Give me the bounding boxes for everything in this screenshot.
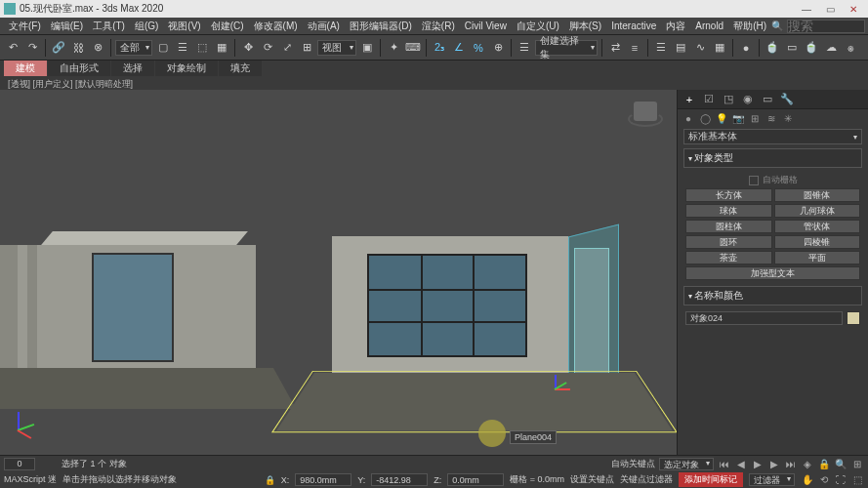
torus-button[interactable]: 圆环 xyxy=(685,235,772,249)
zoom-all-button[interactable]: ⊞ xyxy=(850,457,864,470)
modify-tab[interactable]: ☑ xyxy=(701,92,717,107)
menu-arnold[interactable]: Arnold xyxy=(690,20,728,31)
display-tab[interactable]: ▭ xyxy=(760,92,775,107)
render-setup-button[interactable]: 🍵 xyxy=(764,39,781,57)
viewcube[interactable] xyxy=(626,98,665,137)
bind-button[interactable]: ⊗ xyxy=(89,39,106,57)
teapot-button[interactable]: 茶壶 xyxy=(685,251,772,264)
key-filter-button[interactable]: 关键点过滤器 xyxy=(620,473,673,486)
keyboard-button[interactable]: ⌨ xyxy=(404,39,422,57)
viewport-label[interactable]: [透视] [用户定义] [默认明暗处理] xyxy=(0,76,868,90)
shapes-subtab[interactable]: ◯ xyxy=(698,111,712,125)
utilities-tab[interactable]: 🔧 xyxy=(779,92,795,107)
menu-civil-view[interactable]: Civil View xyxy=(460,20,512,31)
goto-end-button[interactable]: ⏭ xyxy=(784,457,798,470)
x-coord-input[interactable]: 980.0mm xyxy=(295,473,351,486)
manipulate-button[interactable]: ✦ xyxy=(385,39,402,57)
render-button[interactable]: 🍵 xyxy=(803,39,820,57)
scale-button[interactable]: ⤢ xyxy=(278,39,296,57)
primitive-category-dropdown[interactable]: 标准基本体 xyxy=(683,129,862,144)
search-input[interactable] xyxy=(787,20,865,33)
menu-create[interactable]: 创建(C) xyxy=(206,20,249,33)
menu-graph-editors[interactable]: 图形编辑器(D) xyxy=(345,20,417,33)
spinner-snap-button[interactable]: ⊕ xyxy=(489,39,507,57)
curve-editor-button[interactable]: ∿ xyxy=(691,39,709,57)
link-button[interactable]: 🔗 xyxy=(50,39,67,57)
box-button[interactable]: 长方体 xyxy=(685,188,772,202)
goto-start-button[interactable]: ⏮ xyxy=(718,457,731,470)
ref-coord-dropdown[interactable]: 视图 xyxy=(317,40,356,56)
viewport[interactable]: Plane004 xyxy=(0,90,677,455)
menu-modifiers[interactable]: 修改器(M) xyxy=(249,20,303,33)
minimize-button[interactable]: — xyxy=(796,2,817,16)
angle-snap-button[interactable]: ∠ xyxy=(450,39,468,57)
pan-button[interactable]: ✋ xyxy=(801,473,814,487)
layer-button[interactable]: ☰ xyxy=(652,39,670,57)
rotate-button[interactable]: ⟳ xyxy=(259,39,276,57)
menu-edit[interactable]: 编辑(E) xyxy=(46,20,88,33)
zoom-region-button[interactable]: ⬚ xyxy=(850,473,864,487)
next-frame-button[interactable]: ▶ xyxy=(767,457,781,470)
play-button[interactable]: ▶ xyxy=(751,457,765,470)
isolate-button[interactable]: ◈ xyxy=(801,457,814,470)
select-name-button[interactable]: ☰ xyxy=(174,39,191,57)
cameras-subtab[interactable]: 📷 xyxy=(731,111,745,125)
filter-dropdown[interactable]: 过滤器 xyxy=(749,473,795,486)
systems-subtab[interactable]: ✳ xyxy=(781,111,795,125)
tab-modeling[interactable]: 建模 xyxy=(4,61,47,76)
select-button[interactable]: ▢ xyxy=(154,39,172,57)
spacewarps-subtab[interactable]: ≋ xyxy=(765,111,778,125)
edit-selection-set-button[interactable]: ☰ xyxy=(516,39,533,57)
z-coord-input[interactable]: 0.0mm xyxy=(447,473,504,486)
lock-icon[interactable]: 🔒 xyxy=(265,475,275,485)
time-tag-button[interactable]: 添加时间标记 xyxy=(679,472,743,487)
menu-group[interactable]: 组(G) xyxy=(130,20,163,33)
autogrid-checkbox-row[interactable]: 自动栅格 xyxy=(683,172,862,188)
tab-populate[interactable]: 填充 xyxy=(219,61,262,76)
hierarchy-tab[interactable]: ◳ xyxy=(721,92,736,107)
window-crossing-button[interactable]: ▦ xyxy=(213,39,230,57)
menu-help[interactable]: 帮助(H) xyxy=(728,20,771,33)
menu-tools[interactable]: 工具(T) xyxy=(88,20,130,33)
close-button[interactable]: ✕ xyxy=(843,2,864,16)
schematic-button[interactable]: ▦ xyxy=(711,39,728,57)
move-button[interactable]: ✥ xyxy=(239,39,257,57)
autogrid-checkbox[interactable] xyxy=(749,176,759,185)
tube-button[interactable]: 管状体 xyxy=(774,220,861,233)
maximize-button[interactable]: ▭ xyxy=(819,2,841,16)
create-tab[interactable]: + xyxy=(682,92,697,107)
lock-button[interactable]: 🔒 xyxy=(817,457,831,470)
zoom-button[interactable]: 🔍 xyxy=(834,457,847,470)
object-name-input[interactable]: 对象024 xyxy=(685,311,843,325)
placement-button[interactable]: ⊞ xyxy=(298,39,315,57)
render-online-button[interactable]: ☁ xyxy=(822,39,840,57)
helpers-subtab[interactable]: ⊞ xyxy=(748,111,762,125)
menu-script[interactable]: 脚本(S) xyxy=(564,20,606,33)
geometry-subtab[interactable]: ● xyxy=(682,111,695,125)
rollout-name-color[interactable]: 名称和颜色 xyxy=(683,286,862,305)
geosphere-button[interactable]: 几何球体 xyxy=(774,204,861,218)
pivot-button[interactable]: ▣ xyxy=(358,39,376,57)
timeline[interactable]: 0 xyxy=(4,458,58,470)
selected-object-dropdown[interactable]: 选定对象 xyxy=(659,458,714,470)
render-frame-button[interactable]: ▭ xyxy=(783,39,801,57)
undo-button[interactable]: ↶ xyxy=(4,39,21,57)
open-autodesk-button[interactable]: ⎈ xyxy=(842,39,859,57)
tab-freeform[interactable]: 自由形式 xyxy=(48,61,110,76)
orbit-button[interactable]: ⟲ xyxy=(817,473,831,487)
percent-snap-button[interactable]: % xyxy=(470,39,487,57)
tab-selection[interactable]: 选择 xyxy=(111,61,154,76)
cone-button[interactable]: 圆锥体 xyxy=(774,188,861,202)
setkey-button[interactable]: 设置关键点 xyxy=(570,473,614,486)
select-rect-button[interactable]: ⬚ xyxy=(193,39,211,57)
menu-animation[interactable]: 动画(A) xyxy=(303,20,345,33)
motion-tab[interactable]: ◉ xyxy=(740,92,756,107)
redo-button[interactable]: ↷ xyxy=(23,39,41,57)
frame-indicator[interactable]: 0 xyxy=(4,458,35,470)
autokey-button[interactable]: 自动关键点 xyxy=(611,458,655,470)
lights-subtab[interactable]: 💡 xyxy=(715,111,728,125)
rollout-object-type[interactable]: 对象类型 xyxy=(683,148,862,168)
material-editor-button[interactable]: ● xyxy=(737,39,755,57)
transform-gizmo[interactable] xyxy=(547,371,566,390)
plane-button[interactable]: 平面 xyxy=(774,251,861,264)
